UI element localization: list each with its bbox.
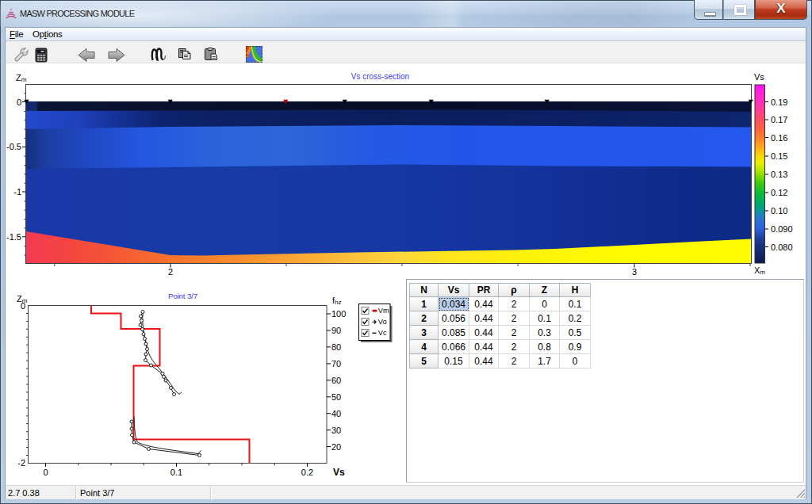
svg-text:0.12: 0.12 <box>771 188 787 197</box>
svg-text:0.15: 0.15 <box>771 151 787 161</box>
svg-text:Vm: Vm <box>378 307 389 315</box>
svg-text:0.090: 0.090 <box>771 224 793 234</box>
svg-text:Point 3/7: Point 3/7 <box>168 292 197 300</box>
svg-text:2: 2 <box>168 267 173 277</box>
svg-text:0: 0 <box>21 301 25 311</box>
svg-text:0: 0 <box>17 97 21 107</box>
svg-text:-0.5: -0.5 <box>6 142 21 151</box>
svg-text:0: 0 <box>43 468 48 477</box>
svg-text:0.080: 0.080 <box>771 242 793 252</box>
svg-text:80: 80 <box>331 342 341 352</box>
svg-text:fhz: fhz <box>332 296 342 306</box>
svg-text:20: 20 <box>331 442 341 452</box>
svg-text:-1.5: -1.5 <box>6 232 21 242</box>
svg-text:3: 3 <box>632 267 637 277</box>
svg-text:Vc: Vc <box>378 329 387 337</box>
svg-text:0.19: 0.19 <box>771 97 787 107</box>
svg-text:90: 90 <box>331 326 341 335</box>
svg-text:-2: -2 <box>17 458 25 468</box>
svg-text:0.13: 0.13 <box>771 170 787 179</box>
svg-text:50: 50 <box>331 392 341 402</box>
svg-text:Zm: Zm <box>16 73 27 83</box>
svg-text:Vs: Vs <box>333 467 345 478</box>
svg-text:0.16: 0.16 <box>771 133 787 143</box>
svg-text:60: 60 <box>331 376 341 385</box>
svg-text:Xm: Xm <box>754 265 765 276</box>
svg-text:-1: -1 <box>13 187 21 197</box>
svg-text:0.2: 0.2 <box>301 468 313 477</box>
svg-text:Vs: Vs <box>754 72 764 82</box>
svg-text:0.17: 0.17 <box>771 115 787 124</box>
svg-text:Vo: Vo <box>378 318 387 326</box>
svg-text:0.1: 0.1 <box>170 468 182 477</box>
svg-text:Vs cross-section: Vs cross-section <box>351 72 409 81</box>
svg-text:40: 40 <box>331 409 341 418</box>
svg-text:30: 30 <box>331 426 341 435</box>
svg-text:70: 70 <box>331 359 341 368</box>
svg-text:100: 100 <box>331 309 346 319</box>
svg-text:0.10: 0.10 <box>771 206 787 216</box>
